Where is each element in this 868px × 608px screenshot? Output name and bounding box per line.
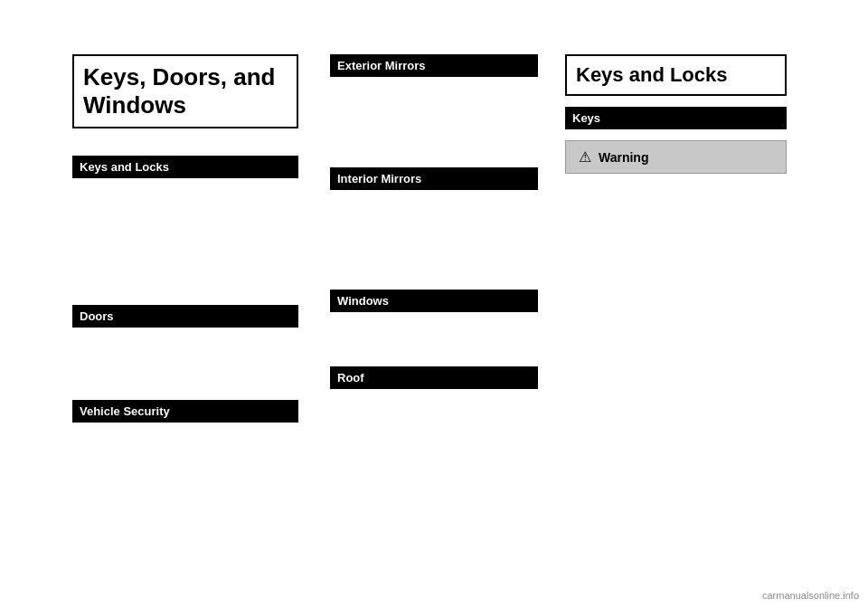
warning-label: Warning xyxy=(599,150,648,165)
right-main-title: Keys and Locks xyxy=(565,54,787,96)
keys-and-locks-section: Keys and Locks xyxy=(72,156,298,178)
left-spacer-1 xyxy=(72,196,298,305)
right-column: Keys and Locks Keys ⚠ Warning xyxy=(552,54,787,554)
roof-header[interactable]: Roof xyxy=(330,366,538,389)
interior-mirrors-header[interactable]: Interior Mirrors xyxy=(330,167,538,190)
vehicle-security-header[interactable]: Vehicle Security xyxy=(72,400,298,423)
middle-spacer-3 xyxy=(330,330,538,366)
doors-section: Doors xyxy=(72,305,298,328)
exterior-mirrors-section: Exterior Mirrors xyxy=(330,54,538,77)
windows-section: Windows xyxy=(330,290,538,312)
left-column: Keys, Doors, and Windows Keys and Locks … xyxy=(72,54,316,554)
page-container: Keys, Doors, and Windows Keys and Locks … xyxy=(0,0,868,608)
exterior-mirrors-header[interactable]: Exterior Mirrors xyxy=(330,54,538,77)
vehicle-security-section: Vehicle Security xyxy=(72,400,298,423)
keys-subsection-header[interactable]: Keys xyxy=(565,107,787,129)
watermark: carmanualsonline.info xyxy=(762,590,859,601)
middle-spacer-2 xyxy=(330,208,538,290)
warning-icon: ⚠ xyxy=(579,148,591,166)
main-title: Keys, Doors, and Windows xyxy=(72,54,298,128)
roof-section: Roof xyxy=(330,366,538,389)
doors-header[interactable]: Doors xyxy=(72,305,298,328)
middle-column: Exterior Mirrors Interior Mirrors Window… xyxy=(316,54,552,554)
windows-header[interactable]: Windows xyxy=(330,290,538,312)
middle-spacer-1 xyxy=(330,95,538,167)
left-spacer-2 xyxy=(72,346,298,400)
warning-box: ⚠ Warning xyxy=(565,140,787,174)
interior-mirrors-section: Interior Mirrors xyxy=(330,167,538,190)
keys-and-locks-header[interactable]: Keys and Locks xyxy=(72,156,298,178)
